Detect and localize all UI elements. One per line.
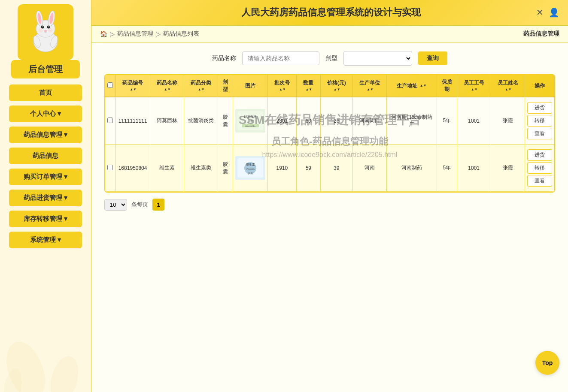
- row2-unit: 河南: [352, 145, 386, 192]
- row1-address: 河南周口宏泰制药厂: [386, 97, 437, 145]
- select-all-checkbox[interactable]: [107, 82, 113, 88]
- svg-point-7: [47, 26, 50, 29]
- th-image: 图片: [233, 75, 267, 97]
- main-area: 人民大药房药品信息管理系统的设计与实现 ✕ 👤 🏠 ▷ 药品信息管理 ▷ 药品信…: [91, 0, 568, 392]
- drug-table: 药品编号 ▲▼ 药品名称 ▲▼ 药品分类 ▲▼ 剂型 图片 批次号 ▲▼ 数量 …: [105, 75, 554, 192]
- dosage-label: 剂型: [325, 54, 337, 62]
- row1-quantity: 60: [297, 97, 321, 145]
- row1-name: 阿莫西林: [150, 97, 184, 145]
- sidebar-item-drug-info-mgmt[interactable]: 药品信息管理 ▾: [9, 127, 82, 143]
- row2-employee-id: 1001: [457, 145, 491, 192]
- th-unit[interactable]: 生产单位 ▲▼: [352, 75, 386, 97]
- row1-transfer-btn[interactable]: 转移: [527, 115, 552, 127]
- svg-text:维生素: 维生素: [246, 163, 255, 166]
- sidebar-item-home[interactable]: 首页: [9, 84, 82, 101]
- leaf-decoration: [0, 263, 91, 392]
- sidebar-item-personal[interactable]: 个人中心 ▾: [9, 106, 82, 122]
- th-expiry: 保质期: [437, 75, 457, 97]
- row2-transfer-btn[interactable]: 转移: [527, 162, 552, 174]
- svg-point-16: [46, 353, 83, 392]
- th-batch[interactable]: 批次号 ▲▼: [267, 75, 297, 97]
- svg-text:胶囊: 胶囊: [248, 172, 253, 175]
- row2-checkbox[interactable]: [105, 145, 115, 192]
- row2-view-btn[interactable]: 查看: [527, 175, 552, 187]
- row1-actions: 进货 转移 查看: [525, 97, 554, 145]
- svg-text:Vitamin: Vitamin: [246, 168, 255, 170]
- sidebar-title: 后台管理: [11, 60, 80, 78]
- row1-image: 阿莫西林 胶囊 Amoxicillin: [233, 97, 267, 145]
- breadcrumb-right-label: 药品信息管理: [523, 30, 559, 38]
- row1-id: 1111111111: [115, 97, 150, 145]
- th-id[interactable]: 药品编号 ▲▼: [115, 75, 150, 97]
- svg-text:Amoxicillin: Amoxicillin: [245, 125, 255, 127]
- svg-point-12: [48, 28, 52, 33]
- page-1-btn[interactable]: 1: [152, 199, 164, 211]
- svg-point-10: [44, 30, 47, 32]
- svg-point-15: [0, 337, 52, 392]
- row2-expiry: 5年: [437, 145, 457, 192]
- query-button[interactable]: 查询: [418, 51, 447, 65]
- per-page-label: 条每页: [131, 201, 148, 208]
- th-address[interactable]: 生产地址 ▲▼: [386, 75, 437, 97]
- dosage-select[interactable]: 胶囊 片剂 注射剂 颗粒剂: [343, 51, 412, 66]
- row1-price: 26: [320, 97, 352, 145]
- th-quantity[interactable]: 数量 ▲▼: [297, 75, 321, 97]
- svg-text:阿莫西林: 阿莫西林: [244, 115, 256, 118]
- row2-quantity: 59: [297, 145, 321, 192]
- svg-point-11: [39, 28, 43, 33]
- top-button[interactable]: Top: [535, 351, 559, 375]
- row2-name: 维生素: [150, 145, 184, 192]
- row1-incoming-btn[interactable]: 进货: [527, 102, 552, 114]
- sidebar-item-system[interactable]: 系统管理 ▾: [9, 232, 82, 248]
- row2-id: 1681950804: [115, 145, 150, 192]
- close-icon[interactable]: ✕: [536, 7, 544, 18]
- row1-view-btn[interactable]: 查看: [527, 128, 552, 139]
- breadcrumb-sep1: ▷: [110, 30, 115, 37]
- svg-point-6: [41, 26, 44, 29]
- row2-actions: 进货 转移 查看: [525, 145, 554, 192]
- th-employee-id[interactable]: 员工工号 ▲▼: [457, 75, 491, 97]
- row1-employee-name: 张霞: [491, 97, 525, 145]
- row1-drug-img: 阿莫西林 胶囊 Amoxicillin: [235, 109, 265, 133]
- user-icon[interactable]: 👤: [549, 7, 559, 18]
- th-action: 操作: [525, 75, 554, 97]
- per-page-select[interactable]: 10 20 50: [104, 199, 127, 211]
- sidebar-item-drug-purchase[interactable]: 药品进货管理 ▾: [9, 190, 82, 206]
- row2-employee-name: 张霞: [491, 145, 525, 192]
- search-bar: 药品名称 剂型 胶囊 片剂 注射剂 颗粒剂 查询: [104, 51, 555, 66]
- svg-point-9: [49, 26, 49, 27]
- th-price[interactable]: 价格(元) ▲▼: [320, 75, 352, 97]
- th-dosage[interactable]: 剂型: [218, 75, 233, 97]
- th-employee-name[interactable]: 员工姓名 ▲▼: [491, 75, 525, 97]
- header-title: 人民大药房药品信息管理系统的设计与实现: [126, 6, 536, 19]
- logo-box: [18, 4, 73, 60]
- header-icons: ✕ 👤: [536, 7, 559, 18]
- th-checkbox: [105, 75, 115, 97]
- sidebar-item-purchase[interactable]: 购买订单管理 ▾: [9, 169, 82, 185]
- row2-incoming-btn[interactable]: 进货: [527, 149, 552, 161]
- row1-employee-id: 1001: [457, 97, 491, 145]
- breadcrumb-item2[interactable]: 药品信息列表: [163, 30, 199, 38]
- row1-expiry: 5年: [437, 97, 457, 145]
- drug-name-input[interactable]: [242, 51, 319, 65]
- th-category[interactable]: 药品分类 ▲▼: [184, 75, 218, 97]
- rabbit-icon: [24, 11, 67, 54]
- breadcrumb-sep2: ▷: [156, 30, 161, 37]
- row2-category: 维生素类: [184, 145, 218, 192]
- row2-address: 河南制药: [386, 145, 437, 192]
- breadcrumb-item1[interactable]: 药品信息管理: [117, 30, 153, 38]
- row2-image: 维生素 Vitamin 胶囊: [233, 145, 267, 192]
- breadcrumb: 🏠 ▷ 药品信息管理 ▷ 药品信息列表 药品信息管理: [91, 26, 568, 42]
- row1-category: 抗菌消炎类: [184, 97, 218, 145]
- sidebar: 后台管理 首页 个人中心 ▾ 药品信息管理 ▾ 药品信息 购买订单管理 ▾ 药品…: [0, 0, 91, 392]
- svg-point-8: [43, 26, 43, 27]
- sidebar-item-stock-transfer[interactable]: 库存转移管理 ▾: [9, 211, 82, 227]
- row1-unit: 河南周口: [352, 97, 386, 145]
- sidebar-item-drug-info[interactable]: 药品信息: [9, 148, 82, 164]
- th-name[interactable]: 药品名称 ▲▼: [150, 75, 184, 97]
- row2-price: 39: [320, 145, 352, 192]
- row1-checkbox[interactable]: [105, 97, 115, 145]
- content-area: 药品名称 剂型 胶囊 片剂 注射剂 颗粒剂 查询 SSM在线药品销售进销存管理平…: [91, 42, 568, 392]
- breadcrumb-home-icon[interactable]: 🏠: [100, 30, 107, 37]
- table-wrapper: SSM在线药品销售进销存管理平台 员工角色-药品信息管理功能 https://w…: [104, 74, 555, 193]
